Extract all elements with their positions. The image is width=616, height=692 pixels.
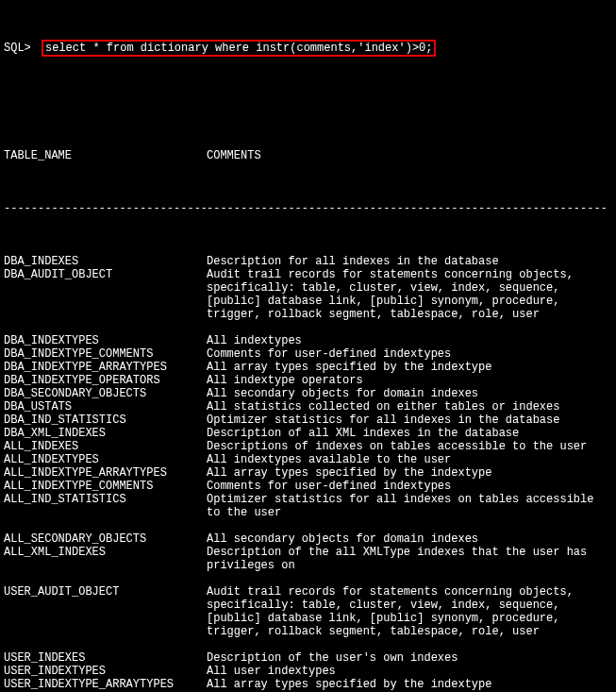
- cell-comments: Descriptions of indexes on tables access…: [207, 440, 607, 453]
- table-row: USER_INDEXTYPESAll user indextypes: [4, 665, 612, 678]
- cell-table-name: ALL_INDEXTYPES: [4, 453, 207, 466]
- table-row: USER_INDEXESDescription of the user's ow…: [4, 651, 612, 665]
- cell-table-name: DBA_INDEXTYPE_ARRAYTYPES: [4, 361, 207, 374]
- sql-command-highlight: select * from dictionary where instr(com…: [42, 40, 436, 57]
- table-row: DBA_INDEXTYPE_OPERATORSAll indextype ope…: [4, 374, 612, 387]
- cell-table-name: ALL_XML_INDEXES: [4, 546, 207, 559]
- sql-prompt-line[interactable]: SQL> select * from dictionary where inst…: [4, 40, 612, 57]
- cell-table-name: DBA_INDEXES: [4, 255, 207, 268]
- cell-table-name: DBA_AUDIT_OBJECT: [4, 268, 207, 281]
- cell-comments: Optimizer statistics for all indexes on …: [207, 493, 607, 519]
- blank-line: [4, 519, 612, 532]
- cell-comments: Description of the all XMLType indexes t…: [207, 546, 607, 572]
- table-row: DBA_SECONDARY_OBJECTSAll secondary objec…: [4, 387, 612, 400]
- cell-comments: All array types specified by the indexty…: [207, 361, 607, 374]
- blank-line: [4, 572, 612, 585]
- table-row: DBA_INDEXTYPE_ARRAYTYPESAll array types …: [4, 361, 612, 374]
- table-row: USER_AUDIT_OBJECTAudit trail records for…: [4, 585, 612, 638]
- cell-table-name: ALL_INDEXTYPE_COMMENTS: [4, 480, 207, 493]
- table-row: ALL_INDEXTYPE_ARRAYTYPESAll array types …: [4, 466, 612, 480]
- table-row: ALL_IND_STATISTICSOptimizer statistics f…: [4, 493, 612, 519]
- sql-prompt: SQL>: [4, 42, 38, 55]
- header-comments: COMMENTS: [207, 149, 607, 162]
- divider-col0: ------------------------------: [4, 202, 207, 215]
- cell-table-name: ALL_IND_STATISTICS: [4, 493, 207, 506]
- table-row: DBA_XML_INDEXESDescription of all XML in…: [4, 427, 612, 440]
- blank-line: [4, 96, 612, 110]
- cell-comments: Audit trail records for statements conce…: [207, 268, 607, 321]
- table-row: DBA_INDEXTYPESAll indextypes: [4, 334, 612, 347]
- cell-table-name: USER_INDEXES: [4, 651, 207, 665]
- cell-table-name: ALL_INDEXTYPE_ARRAYTYPES: [4, 466, 207, 480]
- table-row: ALL_SECONDARY_OBJECTSAll secondary objec…: [4, 532, 612, 546]
- cell-comments: Comments for user-defined indextypes: [207, 480, 607, 493]
- table-row: ALL_INDEXTYPE_COMMENTSComments for user-…: [4, 480, 612, 493]
- cell-comments: Comments for user-defined indextypes: [207, 347, 607, 361]
- cell-comments: All secondary objects for domain indexes: [207, 532, 607, 546]
- cell-table-name: DBA_INDEXTYPES: [4, 334, 207, 347]
- cell-comments: All user indextypes: [207, 665, 607, 678]
- sql-command-text: select * from dictionary where instr(com…: [45, 42, 432, 55]
- cell-comments: Optimizer statistics for all indexes in …: [207, 414, 607, 427]
- cell-comments: Audit trail records for statements conce…: [207, 585, 607, 638]
- cell-table-name: DBA_INDEXTYPE_COMMENTS: [4, 347, 207, 361]
- cell-table-name: USER_INDEXTYPES: [4, 665, 207, 678]
- table-row: DBA_IND_STATISTICSOptimizer statistics f…: [4, 414, 612, 427]
- cell-comments: Description of the user's own indexes: [207, 651, 607, 665]
- blank-line: [4, 638, 612, 651]
- cell-table-name: ALL_SECONDARY_OBJECTS: [4, 532, 207, 546]
- divider-col1: ----------------------------------------…: [207, 202, 607, 215]
- table-row: DBA_AUDIT_OBJECTAudit trail records for …: [4, 268, 612, 321]
- table-row: ALL_INDEXTYPESAll indextypes available t…: [4, 453, 612, 466]
- column-headers: TABLE_NAMECOMMENTS: [4, 149, 612, 162]
- table-row: USER_INDEXTYPE_ARRAYTYPESAll array types…: [4, 678, 612, 691]
- terminal-output: SQL> select * from dictionary where inst…: [0, 0, 616, 692]
- cell-comments: All array types specified by the indexty…: [207, 466, 607, 480]
- divider-row: ----------------------------------------…: [4, 202, 612, 215]
- cell-table-name: ALL_INDEXES: [4, 440, 207, 453]
- cell-table-name: DBA_SECONDARY_OBJECTS: [4, 387, 207, 400]
- cell-table-name: USER_AUDIT_OBJECT: [4, 585, 207, 599]
- cell-table-name: DBA_INDEXTYPE_OPERATORS: [4, 374, 207, 387]
- cell-table-name: DBA_USTATS: [4, 400, 207, 414]
- table-row: DBA_USTATSAll statistics collected on ei…: [4, 400, 612, 414]
- table-row: ALL_INDEXESDescriptions of indexes on ta…: [4, 440, 612, 453]
- table-row: DBA_INDEXTYPE_COMMENTSComments for user-…: [4, 347, 612, 361]
- blank-line: [4, 321, 612, 334]
- cell-table-name: DBA_XML_INDEXES: [4, 427, 207, 440]
- cell-comments: All indextypes available to the user: [207, 453, 607, 466]
- table-row: DBA_INDEXESDescription for all indexes i…: [4, 255, 612, 268]
- cell-comments: All statistics collected on either table…: [207, 400, 607, 414]
- cell-table-name: DBA_IND_STATISTICS: [4, 414, 207, 427]
- cell-comments: All indextypes: [207, 334, 607, 347]
- result-rows: DBA_INDEXESDescription for all indexes i…: [4, 255, 612, 692]
- cell-comments: Description for all indexes in the datab…: [207, 255, 607, 268]
- header-table-name: TABLE_NAME: [4, 149, 207, 162]
- cell-comments: All secondary objects for domain indexes: [207, 387, 607, 400]
- cell-table-name: USER_INDEXTYPE_ARRAYTYPES: [4, 678, 207, 691]
- cell-comments: All array types specified by the indexty…: [207, 678, 607, 691]
- cell-comments: Description of all XML indexes in the da…: [207, 427, 607, 440]
- cell-comments: All indextype operators: [207, 374, 607, 387]
- table-row: ALL_XML_INDEXESDescription of the all XM…: [4, 546, 612, 572]
